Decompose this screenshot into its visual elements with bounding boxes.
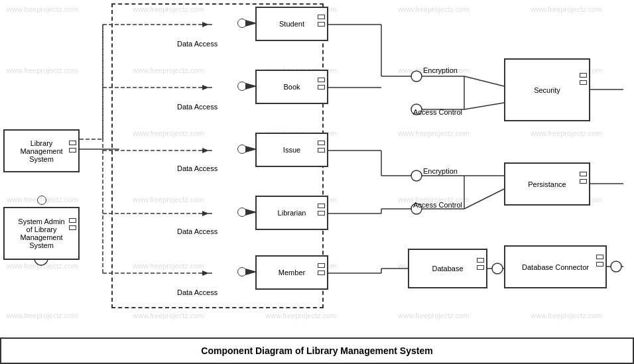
library-management-system-component: Library Management System bbox=[3, 129, 80, 172]
svg-marker-60 bbox=[245, 269, 257, 275]
svg-line-34 bbox=[464, 76, 504, 86]
data-access-label-1: Data Access bbox=[177, 40, 218, 48]
data-access-label-5: Data Access bbox=[177, 288, 218, 296]
svg-point-30 bbox=[411, 71, 422, 82]
svg-marker-57 bbox=[245, 83, 257, 90]
database-connector-component: Database Connector bbox=[504, 245, 607, 288]
watermark: www.freeprojectz.com bbox=[398, 129, 470, 137]
svg-marker-56 bbox=[245, 20, 257, 27]
watermark: www.freeprojectz.com bbox=[531, 312, 602, 320]
student-label: Student bbox=[279, 20, 304, 28]
database-label: Database bbox=[432, 265, 463, 273]
security-label: Security bbox=[534, 86, 560, 94]
watermark: www.freeprojectz.com bbox=[7, 5, 78, 13]
svg-marker-58 bbox=[245, 146, 257, 152]
system-admin-socket bbox=[37, 196, 46, 205]
diagram-area: www.freeprojectz.com www.freeprojectz.co… bbox=[0, 0, 634, 337]
librarian-arrow bbox=[245, 209, 257, 215]
book-component: Book bbox=[255, 70, 328, 104]
watermark: www.freeprojectz.com bbox=[133, 312, 204, 320]
watermark: www.freeprojectz.com bbox=[531, 5, 602, 13]
member-label: Member bbox=[279, 269, 305, 276]
database-component: Database bbox=[408, 249, 487, 288]
persistance-component: Persistance bbox=[504, 162, 590, 206]
watermark: www.freeprojectz.com bbox=[531, 129, 602, 137]
watermark: www.freeprojectz.com bbox=[7, 66, 78, 74]
svg-line-46 bbox=[464, 189, 504, 209]
system-admin-component: System Admin of Library Management Syste… bbox=[3, 207, 80, 260]
librarian-label: Librarian bbox=[278, 209, 306, 217]
watermark: www.freeprojectz.com bbox=[398, 312, 470, 320]
svg-marker-59 bbox=[245, 209, 257, 215]
svg-line-35 bbox=[464, 103, 504, 109]
lms-label: Library Management System bbox=[20, 139, 62, 163]
encryption-label-1: Encryption bbox=[423, 66, 458, 74]
database-connector-label: Database Connector bbox=[522, 263, 589, 271]
access-control-label-1: Access Control bbox=[413, 108, 462, 116]
watermark: www.freeprojectz.com bbox=[7, 312, 78, 320]
issue-arrow bbox=[245, 146, 257, 152]
svg-point-50 bbox=[492, 263, 503, 274]
book-arrow bbox=[245, 83, 257, 90]
watermark: www.freeprojectz.com bbox=[398, 5, 470, 13]
data-access-label-3: Data Access bbox=[177, 164, 218, 172]
member-arrow bbox=[245, 269, 257, 275]
access-control-label-2: Access Control bbox=[413, 201, 462, 209]
data-access-label-2: Data Access bbox=[177, 103, 218, 111]
footer-bar: Component Diagram of Library Management … bbox=[0, 337, 634, 364]
student-arrow bbox=[245, 20, 257, 27]
system-admin-label: System Admin of Library Management Syste… bbox=[18, 217, 64, 249]
encryption-label-2: Encryption bbox=[423, 167, 458, 175]
svg-point-54 bbox=[611, 261, 621, 272]
footer-title: Component Diagram of Library Management … bbox=[201, 345, 432, 356]
member-component: Member bbox=[255, 255, 328, 290]
security-component: Security bbox=[504, 58, 590, 121]
watermark: www.freeprojectz.com bbox=[7, 262, 78, 270]
issue-component: Issue bbox=[255, 133, 328, 167]
student-component: Student bbox=[255, 7, 328, 41]
book-label: Book bbox=[283, 83, 300, 91]
svg-point-38 bbox=[411, 170, 422, 181]
data-access-label-4: Data Access bbox=[177, 227, 218, 235]
issue-label: Issue bbox=[283, 146, 300, 154]
librarian-component: Librarian bbox=[255, 196, 328, 230]
persistance-label: Persistance bbox=[528, 180, 566, 188]
watermark: www.freeprojectz.com bbox=[265, 312, 337, 320]
